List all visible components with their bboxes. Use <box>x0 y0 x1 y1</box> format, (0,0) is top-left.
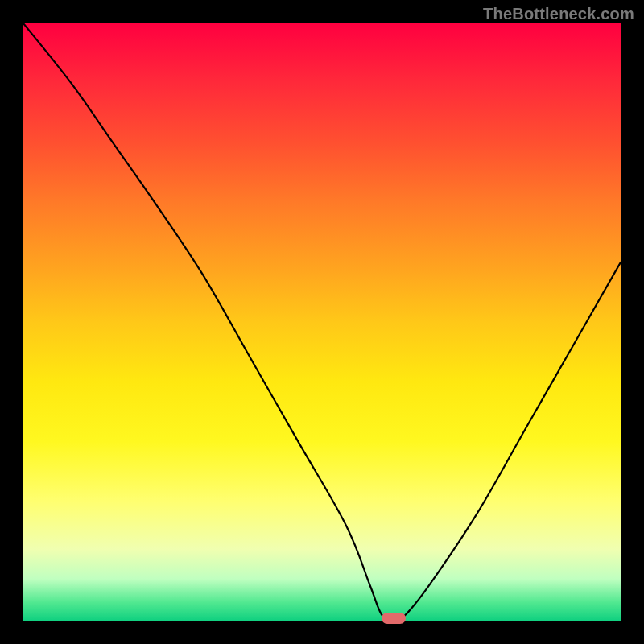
chart-frame: TheBottleneck.com <box>0 0 644 644</box>
plot-area <box>23 23 621 621</box>
bottleneck-curve <box>23 23 621 621</box>
watermark-text: TheBottleneck.com <box>483 5 634 23</box>
optimal-marker <box>382 613 406 624</box>
